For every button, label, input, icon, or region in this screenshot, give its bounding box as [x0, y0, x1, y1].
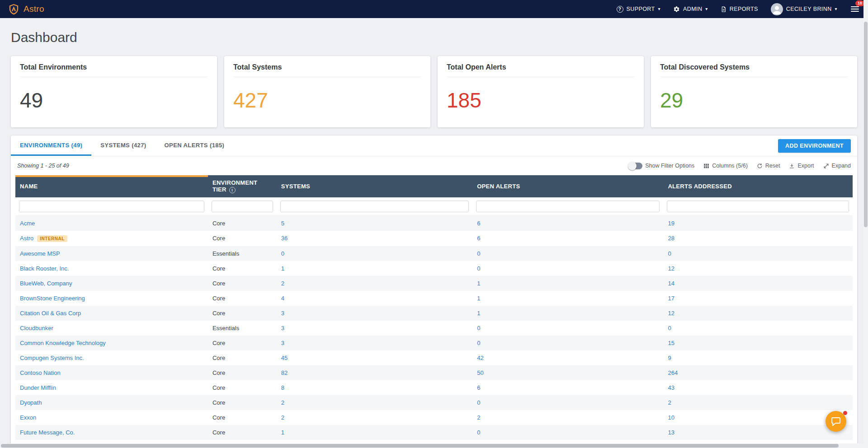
info-icon[interactable]: i — [229, 187, 236, 193]
alerts-addressed-count-link[interactable]: 15 — [668, 340, 674, 346]
tab-open-alerts[interactable]: OPEN ALERTS (185) — [156, 135, 234, 156]
add-environment-button[interactable]: ADD ENVIRONMENT — [778, 139, 851, 153]
vertical-scrollbar[interactable] — [863, 0, 868, 448]
chat-widget-button[interactable] — [826, 411, 846, 432]
column-header-systems[interactable]: SYSTEMS — [277, 175, 472, 197]
filter-toggle-switch[interactable] — [629, 163, 642, 169]
environment-name-link[interactable]: Astro — [20, 235, 33, 242]
open-alerts-count-link[interactable]: 0 — [477, 250, 480, 257]
alerts-addressed-count-link[interactable]: 264 — [668, 369, 678, 376]
filter-name-input[interactable] — [19, 201, 204, 212]
environment-name-link[interactable]: Black Rooster, Inc. — [20, 265, 69, 272]
systems-count-link[interactable]: 3 — [281, 325, 284, 331]
environment-name-link[interactable]: Cloudbunker — [20, 325, 53, 331]
systems-count-link[interactable]: 1 — [281, 429, 284, 436]
systems-count-link[interactable]: 2 — [281, 414, 284, 421]
environment-name-link[interactable]: Acme — [20, 220, 35, 227]
environment-name-link[interactable]: Compugen Systems Inc. — [20, 355, 84, 361]
alerts-addressed-count-link[interactable]: 12 — [668, 310, 674, 317]
alerts-addressed-count-link[interactable]: 13 — [668, 429, 674, 436]
environment-name-link[interactable]: Dyopath — [20, 399, 42, 406]
brand-home-link[interactable]: Astro — [8, 4, 44, 15]
environment-name-link[interactable]: Future Message, Co. — [20, 429, 75, 436]
environment-tier-cell: Core — [208, 336, 277, 350]
environment-tier-cell: Core — [208, 306, 277, 321]
column-header-environment-tier[interactable]: ENVIRONMENT TIERi — [208, 175, 277, 197]
alerts-addressed-count-link[interactable]: 43 — [668, 384, 674, 391]
environment-name-link[interactable]: Citation Oil & Gas Corp — [20, 310, 81, 317]
systems-count-link[interactable]: 5 — [281, 220, 284, 227]
tab-systems[interactable]: SYSTEMS (427) — [91, 135, 155, 156]
filter-toggle[interactable]: Show Filter Options — [629, 163, 694, 169]
systems-count-link[interactable]: 1 — [281, 265, 284, 272]
alerts-addressed-count-link[interactable]: 14 — [668, 280, 674, 287]
horizontal-scrollbar[interactable] — [0, 443, 863, 448]
alerts-addressed-count-link[interactable]: 17 — [668, 295, 674, 302]
open-alerts-count-link[interactable]: 6 — [477, 235, 480, 242]
open-alerts-count-link[interactable]: 0 — [477, 429, 480, 436]
alerts-addressed-count-link[interactable]: 19 — [668, 220, 674, 227]
systems-cell: 0 — [277, 246, 472, 261]
export-button[interactable]: Export — [789, 163, 814, 169]
alerts-addressed-count-link[interactable]: 12 — [668, 265, 674, 272]
systems-count-link[interactable]: 2 — [281, 280, 284, 287]
open-alerts-count-link[interactable]: 6 — [477, 220, 480, 227]
open-alerts-count-link[interactable]: 0 — [477, 399, 480, 406]
systems-cell: 3 — [277, 336, 472, 350]
name-cell: BrownStone Engineering — [15, 291, 208, 306]
table-row: ExxonCore2210 — [15, 410, 853, 425]
tab-environments[interactable]: ENVIRONMENTS (49) — [11, 135, 91, 156]
alerts-addressed-count-link[interactable]: 0 — [668, 325, 671, 331]
nav-admin[interactable]: ADMIN ▾ — [673, 6, 708, 13]
nav-user-menu[interactable]: CECILEY BRINN ▾ — [771, 3, 837, 15]
environment-name-link[interactable]: Common Knowledge Technology — [20, 340, 106, 346]
alerts-addressed-count-link[interactable]: 28 — [668, 235, 674, 242]
open-alerts-count-link[interactable]: 1 — [477, 310, 480, 317]
filter-tier-input[interactable] — [212, 201, 273, 212]
environment-name-link[interactable]: Awesome MSP — [20, 250, 60, 257]
open-alerts-count-link[interactable]: 1 — [477, 295, 480, 302]
systems-count-link[interactable]: 45 — [281, 355, 288, 361]
systems-count-link[interactable]: 0 — [281, 250, 284, 257]
open-alerts-count-link[interactable]: 0 — [477, 325, 480, 331]
systems-count-link[interactable]: 4 — [281, 295, 284, 302]
systems-count-link[interactable]: 36 — [281, 235, 288, 242]
alerts-addressed-count-link[interactable]: 0 — [668, 250, 671, 257]
systems-count-link[interactable]: 3 — [281, 340, 284, 346]
column-header-alerts-addressed[interactable]: ALERTS ADDRESSED — [663, 175, 853, 197]
environment-name-link[interactable]: BlueWeb, Company — [20, 280, 72, 287]
filter-open-alerts-input[interactable] — [476, 201, 660, 212]
column-header-name[interactable]: NAME — [15, 175, 208, 197]
environments-panel: ENVIRONMENTS (49) SYSTEMS (427) OPEN ALE… — [11, 135, 857, 448]
reset-button[interactable]: Reset — [757, 163, 780, 169]
open-alerts-count-link[interactable]: 0 — [477, 265, 480, 272]
alerts-addressed-count-link[interactable]: 10 — [668, 414, 674, 421]
nav-reports[interactable]: REPORTS — [721, 6, 758, 13]
systems-count-link[interactable]: 82 — [281, 369, 288, 376]
systems-count-link[interactable]: 2 — [281, 399, 284, 406]
systems-count-link[interactable]: 8 — [281, 384, 284, 391]
systems-count-link[interactable]: 3 — [281, 310, 284, 317]
environment-name-link[interactable]: Dunder Mifflin — [20, 384, 56, 391]
notifications-menu-button[interactable]: 10 — [850, 3, 860, 15]
alerts-addressed-count-link[interactable]: 2 — [668, 399, 671, 406]
open-alerts-count-link[interactable]: 6 — [477, 384, 480, 391]
columns-button[interactable]: Columns (5/6) — [703, 163, 748, 169]
nav-support[interactable]: ? SUPPORT ▾ — [617, 6, 660, 13]
table-row: AstroINTERNALCore36628 — [15, 231, 853, 246]
open-alerts-count-link[interactable]: 50 — [477, 369, 483, 376]
open-alerts-count-link[interactable]: 2 — [477, 414, 480, 421]
expand-button[interactable]: Expand — [823, 163, 851, 169]
open-alerts-count-link[interactable]: 42 — [477, 355, 483, 361]
filter-systems-input[interactable] — [280, 201, 469, 212]
environment-name-link[interactable]: Exxon — [20, 414, 36, 421]
open-alerts-count-link[interactable]: 1 — [477, 280, 480, 287]
vertical-scrollbar-thumb[interactable] — [864, 22, 868, 227]
horizontal-scrollbar-thumb[interactable] — [1, 444, 839, 448]
filter-alerts-addressed-input[interactable] — [667, 201, 849, 212]
open-alerts-count-link[interactable]: 0 — [477, 340, 480, 346]
column-header-open-alerts[interactable]: OPEN ALERTS — [472, 175, 663, 197]
environment-name-link[interactable]: Contoso Nation — [20, 369, 61, 376]
environment-name-link[interactable]: BrownStone Engineering — [20, 295, 85, 302]
alerts-addressed-count-link[interactable]: 9 — [668, 355, 671, 361]
